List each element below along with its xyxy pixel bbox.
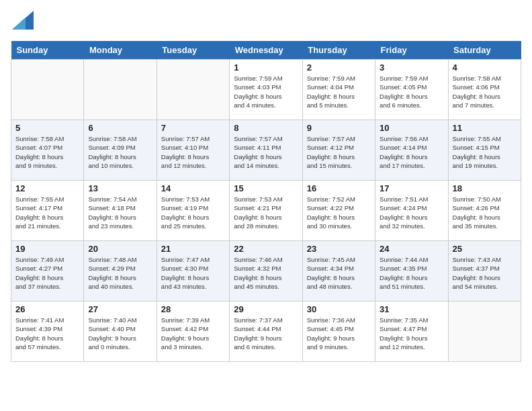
week-row-2: 5Sunrise: 7:58 AM Sunset: 4:07 PM Daylig… <box>11 120 521 181</box>
day-cell: 15Sunrise: 7:53 AM Sunset: 4:21 PM Dayli… <box>230 181 302 241</box>
day-cell: 30Sunrise: 7:36 AM Sunset: 4:45 PM Dayli… <box>302 302 375 362</box>
day-number: 25 <box>453 244 517 254</box>
day-number: 7 <box>161 123 225 133</box>
day-info: Sunrise: 7:58 AM Sunset: 4:09 PM Dayligh… <box>88 134 152 170</box>
day-cell: 19Sunrise: 7:49 AM Sunset: 4:27 PM Dayli… <box>11 241 84 302</box>
day-cell: 16Sunrise: 7:52 AM Sunset: 4:22 PM Dayli… <box>302 181 375 241</box>
day-number: 6 <box>88 123 152 133</box>
day-info: Sunrise: 7:58 AM Sunset: 4:06 PM Dayligh… <box>453 74 517 109</box>
day-cell: 9Sunrise: 7:57 AM Sunset: 4:12 PM Daylig… <box>302 120 375 181</box>
day-cell: 20Sunrise: 7:48 AM Sunset: 4:29 PM Dayli… <box>84 241 157 302</box>
day-info: Sunrise: 7:59 AM Sunset: 4:05 PM Dayligh… <box>380 74 443 109</box>
day-info: Sunrise: 7:59 AM Sunset: 4:03 PM Dayligh… <box>234 74 298 109</box>
day-info: Sunrise: 7:59 AM Sunset: 4:04 PM Dayligh… <box>307 74 371 109</box>
day-cell: 3Sunrise: 7:59 AM Sunset: 4:05 PM Daylig… <box>375 60 448 120</box>
day-number: 24 <box>380 244 443 254</box>
day-info: Sunrise: 7:52 AM Sunset: 4:22 PM Dayligh… <box>307 195 371 230</box>
day-number: 1 <box>234 62 298 73</box>
day-info: Sunrise: 7:50 AM Sunset: 4:26 PM Dayligh… <box>453 195 517 230</box>
day-cell: 14Sunrise: 7:53 AM Sunset: 4:19 PM Dayli… <box>157 181 229 241</box>
day-cell: 6Sunrise: 7:58 AM Sunset: 4:09 PM Daylig… <box>84 120 157 181</box>
svg-marker-1 <box>12 17 26 30</box>
week-row-5: 26Sunrise: 7:41 AM Sunset: 4:39 PM Dayli… <box>11 302 521 362</box>
day-cell: 21Sunrise: 7:47 AM Sunset: 4:30 PM Dayli… <box>157 241 229 302</box>
day-number: 13 <box>88 183 152 193</box>
day-number: 8 <box>234 123 298 133</box>
day-number: 20 <box>88 244 152 254</box>
day-info: Sunrise: 7:51 AM Sunset: 4:24 PM Dayligh… <box>380 195 443 230</box>
logo <box>11 11 34 33</box>
week-row-1: 1Sunrise: 7:59 AM Sunset: 4:03 PM Daylig… <box>11 60 521 120</box>
day-number: 15 <box>234 183 298 193</box>
day-cell: 22Sunrise: 7:46 AM Sunset: 4:32 PM Dayli… <box>230 241 302 302</box>
day-info: Sunrise: 7:57 AM Sunset: 4:12 PM Dayligh… <box>307 134 371 170</box>
day-number: 21 <box>161 244 225 254</box>
day-number: 14 <box>161 183 225 193</box>
day-info: Sunrise: 7:58 AM Sunset: 4:07 PM Dayligh… <box>15 134 79 170</box>
day-cell: 2Sunrise: 7:59 AM Sunset: 4:04 PM Daylig… <box>302 60 375 120</box>
day-number: 5 <box>15 123 79 133</box>
day-cell <box>11 60 84 120</box>
day-number: 2 <box>307 62 371 73</box>
day-number: 31 <box>380 304 443 314</box>
day-number: 22 <box>234 244 298 254</box>
day-header-wednesday: Wednesday <box>230 41 302 60</box>
day-number: 18 <box>453 183 517 193</box>
calendar-table: SundayMondayTuesdayWednesdayThursdayFrid… <box>11 41 521 362</box>
day-number: 10 <box>380 123 443 133</box>
day-info: Sunrise: 7:46 AM Sunset: 4:32 PM Dayligh… <box>234 255 298 291</box>
day-info: Sunrise: 7:47 AM Sunset: 4:30 PM Dayligh… <box>161 255 225 291</box>
day-info: Sunrise: 7:40 AM Sunset: 4:40 PM Dayligh… <box>88 316 152 351</box>
day-cell <box>157 60 229 120</box>
day-number: 12 <box>15 183 79 193</box>
day-info: Sunrise: 7:55 AM Sunset: 4:15 PM Dayligh… <box>453 134 517 170</box>
logo-icon <box>12 11 34 30</box>
week-row-3: 12Sunrise: 7:55 AM Sunset: 4:17 PM Dayli… <box>11 181 521 241</box>
day-header-monday: Monday <box>84 41 157 60</box>
day-info: Sunrise: 7:36 AM Sunset: 4:45 PM Dayligh… <box>307 316 371 351</box>
day-info: Sunrise: 7:44 AM Sunset: 4:35 PM Dayligh… <box>380 255 443 291</box>
day-info: Sunrise: 7:43 AM Sunset: 4:37 PM Dayligh… <box>453 255 517 291</box>
day-cell: 25Sunrise: 7:43 AM Sunset: 4:37 PM Dayli… <box>448 241 521 302</box>
day-info: Sunrise: 7:54 AM Sunset: 4:18 PM Dayligh… <box>88 195 152 230</box>
day-info: Sunrise: 7:35 AM Sunset: 4:47 PM Dayligh… <box>380 316 443 351</box>
day-header-friday: Friday <box>375 41 448 60</box>
day-number: 26 <box>15 304 79 314</box>
day-number: 3 <box>380 62 443 73</box>
day-cell <box>84 60 157 120</box>
day-cell: 10Sunrise: 7:56 AM Sunset: 4:14 PM Dayli… <box>375 120 448 181</box>
day-cell: 12Sunrise: 7:55 AM Sunset: 4:17 PM Dayli… <box>11 181 84 241</box>
day-info: Sunrise: 7:57 AM Sunset: 4:10 PM Dayligh… <box>161 134 225 170</box>
day-cell: 4Sunrise: 7:58 AM Sunset: 4:06 PM Daylig… <box>448 60 521 120</box>
day-info: Sunrise: 7:53 AM Sunset: 4:19 PM Dayligh… <box>161 195 225 230</box>
day-number: 29 <box>234 304 298 314</box>
day-header-saturday: Saturday <box>448 41 521 60</box>
day-cell <box>448 302 521 362</box>
day-number: 30 <box>307 304 371 314</box>
day-cell: 29Sunrise: 7:37 AM Sunset: 4:44 PM Dayli… <box>230 302 302 362</box>
day-number: 27 <box>88 304 152 314</box>
day-number: 11 <box>453 123 517 133</box>
day-header-thursday: Thursday <box>302 41 375 60</box>
day-header-sunday: Sunday <box>11 41 84 60</box>
day-info: Sunrise: 7:49 AM Sunset: 4:27 PM Dayligh… <box>15 255 79 291</box>
day-cell: 23Sunrise: 7:45 AM Sunset: 4:34 PM Dayli… <box>302 241 375 302</box>
day-cell: 13Sunrise: 7:54 AM Sunset: 4:18 PM Dayli… <box>84 181 157 241</box>
day-cell: 11Sunrise: 7:55 AM Sunset: 4:15 PM Dayli… <box>448 120 521 181</box>
day-cell: 26Sunrise: 7:41 AM Sunset: 4:39 PM Dayli… <box>11 302 84 362</box>
logo-wordmark <box>11 11 34 33</box>
day-cell: 1Sunrise: 7:59 AM Sunset: 4:03 PM Daylig… <box>230 60 302 120</box>
day-number: 19 <box>15 244 79 254</box>
day-info: Sunrise: 7:39 AM Sunset: 4:42 PM Dayligh… <box>161 316 225 351</box>
day-cell: 7Sunrise: 7:57 AM Sunset: 4:10 PM Daylig… <box>157 120 229 181</box>
day-info: Sunrise: 7:55 AM Sunset: 4:17 PM Dayligh… <box>15 195 79 230</box>
day-info: Sunrise: 7:48 AM Sunset: 4:29 PM Dayligh… <box>88 255 152 291</box>
day-info: Sunrise: 7:57 AM Sunset: 4:11 PM Dayligh… <box>234 134 298 170</box>
day-cell: 8Sunrise: 7:57 AM Sunset: 4:11 PM Daylig… <box>230 120 302 181</box>
day-cell: 5Sunrise: 7:58 AM Sunset: 4:07 PM Daylig… <box>11 120 84 181</box>
day-number: 28 <box>161 304 225 314</box>
day-info: Sunrise: 7:45 AM Sunset: 4:34 PM Dayligh… <box>307 255 371 291</box>
week-row-4: 19Sunrise: 7:49 AM Sunset: 4:27 PM Dayli… <box>11 241 521 302</box>
day-number: 4 <box>453 62 517 73</box>
day-cell: 31Sunrise: 7:35 AM Sunset: 4:47 PM Dayli… <box>375 302 448 362</box>
